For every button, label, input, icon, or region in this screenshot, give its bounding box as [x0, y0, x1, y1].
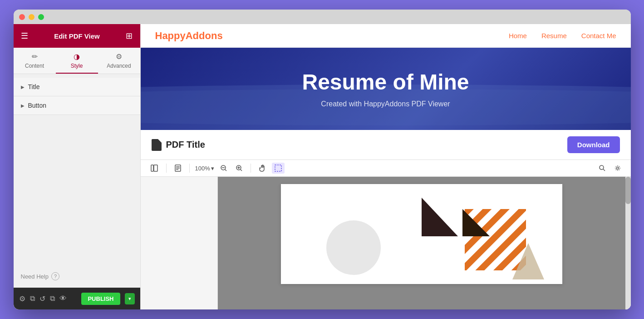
grid-icon[interactable]: ⊞ [126, 31, 133, 41]
selection-tool-button[interactable] [272, 163, 285, 174]
duplicate-icon[interactable]: ⧉ [50, 294, 55, 303]
mac-titlebar [14, 10, 631, 24]
zoom-out-button[interactable] [218, 163, 230, 173]
help-text: Need Help [21, 273, 49, 280]
sidebar-help: Need Help ? [14, 265, 140, 288]
hero-banner: Resume of Mine Created with HappyAddons … [141, 48, 631, 130]
nav-link-resume[interactable]: Resume [541, 32, 567, 40]
hero-subtitle: Created with HappyAddons PDF Viewer [155, 100, 616, 108]
svg-line-12 [241, 169, 242, 171]
tab-style[interactable]: ◑ Style [56, 48, 98, 74]
pdf-scrollbar[interactable] [625, 177, 631, 309]
accordion-title-arrow: ▶ [21, 85, 25, 90]
content-area: HappyAddons Home Resume Contact Me Resum… [141, 24, 631, 309]
layers-icon[interactable]: ⧉ [30, 294, 35, 303]
download-button[interactable]: Download [567, 136, 620, 153]
content-tab-icon: ✏ [32, 52, 38, 61]
pdf-canvas-area [141, 177, 631, 309]
accordion-title-header[interactable]: ▶ Title [14, 78, 140, 96]
close-button[interactable] [19, 14, 25, 20]
svg-rect-0 [151, 165, 153, 171]
svg-rect-1 [154, 165, 157, 171]
accordion-title: ▶ Title [14, 78, 140, 96]
website-nav-links: Home Resume Contact Me [509, 32, 616, 40]
tab-content[interactable]: ✏ Content [14, 48, 56, 74]
toolbar-separator-3 [251, 164, 251, 173]
search-pdf-button[interactable] [596, 163, 608, 173]
sidebar-body: ▶ Title ▶ Button [14, 74, 140, 265]
circle-decoration [326, 220, 381, 275]
zoom-display: 100% ▾ [195, 165, 214, 172]
pdf-page [281, 184, 562, 284]
publish-button[interactable]: PUBLISH [81, 293, 120, 305]
nav-link-home[interactable]: Home [509, 32, 527, 40]
triangle-decoration [422, 198, 458, 238]
svg-marker-17 [422, 198, 458, 236]
pdf-toolbar-right [596, 163, 624, 173]
maximize-button[interactable] [38, 14, 44, 20]
svg-line-15 [603, 169, 605, 171]
pdf-title: PDF Title [166, 140, 567, 150]
accordion-button: ▶ Button [14, 96, 140, 115]
bottom-toolbar: ⚙ ⧉ ↺ ⧉ 👁 PUBLISH ▾ [14, 288, 140, 309]
zoom-value: 100% [195, 165, 210, 172]
svg-point-16 [616, 167, 619, 169]
toolbar-separator-2 [189, 164, 190, 173]
tab-advanced[interactable]: ⚙ Advanced [98, 48, 140, 74]
settings-icon[interactable]: ⚙ [19, 294, 25, 303]
main-layout: ☰ Edit PDF View ⊞ ✏ Content ◑ Style ⚙ Ad… [14, 24, 631, 309]
advanced-tab-icon: ⚙ [116, 52, 122, 61]
svg-marker-21 [462, 209, 490, 236]
sidebar-toggle-button[interactable] [148, 163, 161, 174]
svg-marker-22 [512, 243, 544, 279]
help-icon[interactable]: ? [51, 272, 59, 280]
pdf-toolbar: 100% ▾ [141, 160, 631, 177]
website-navbar: HappyAddons Home Resume Contact Me [141, 24, 631, 48]
eye-icon[interactable]: 👁 [59, 294, 67, 303]
accordion-title-label: Title [28, 83, 40, 90]
pdf-main-canvas [218, 177, 625, 309]
tab-advanced-label: Advanced [107, 63, 131, 69]
page-info-button[interactable] [172, 163, 184, 174]
hamburger-icon[interactable]: ☰ [21, 31, 28, 41]
pdf-page-content [281, 184, 562, 284]
hero-title: Resume of Mine [155, 70, 616, 95]
accordion-button-arrow: ▶ [21, 103, 25, 108]
style-tab-icon: ◑ [74, 52, 80, 61]
zoom-in-button[interactable] [233, 163, 245, 173]
publish-dropdown-button[interactable]: ▾ [125, 293, 135, 304]
accordion-button-header[interactable]: ▶ Button [14, 96, 140, 115]
pdf-settings-button[interactable] [612, 163, 624, 173]
tan-shape [512, 243, 544, 281]
pdf-viewer-section: PDF Title Download [141, 130, 631, 309]
sidebar-title: Edit PDF View [54, 32, 100, 40]
tab-content-label: Content [25, 63, 44, 69]
nav-link-contact[interactable]: Contact Me [581, 32, 616, 40]
toolbar-separator-1 [166, 164, 167, 173]
sidebar-header: ☰ Edit PDF View ⊞ [14, 24, 140, 48]
minimize-button[interactable] [29, 14, 34, 20]
svg-line-8 [225, 169, 226, 171]
accordion-button-label: Button [28, 102, 46, 109]
pdf-sidebar-panel [141, 177, 218, 309]
svg-point-14 [600, 165, 604, 169]
dark-triangle-small [462, 209, 490, 238]
sidebar: ☰ Edit PDF View ⊞ ✏ Content ◑ Style ⚙ Ad… [14, 24, 141, 309]
pdf-file-icon [152, 139, 162, 151]
sidebar-tabs: ✏ Content ◑ Style ⚙ Advanced [14, 48, 140, 74]
undo-icon[interactable]: ↺ [39, 294, 45, 303]
pdf-scrollbar-thumb[interactable] [625, 177, 631, 204]
website-logo: HappyAddons [155, 30, 509, 42]
zoom-dropdown-icon[interactable]: ▾ [211, 165, 214, 172]
pdf-titlebar: PDF Title Download [141, 130, 631, 160]
mac-window: ☰ Edit PDF View ⊞ ✏ Content ◑ Style ⚙ Ad… [14, 10, 631, 309]
hand-tool-button[interactable] [256, 163, 268, 174]
tab-style-label: Style [71, 63, 83, 69]
svg-rect-13 [275, 165, 281, 171]
